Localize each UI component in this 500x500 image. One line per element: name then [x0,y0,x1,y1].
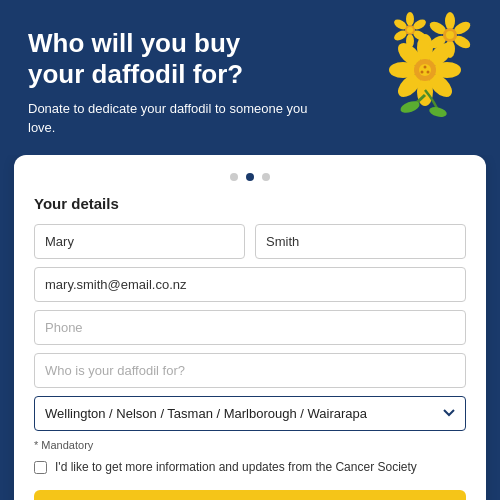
daffodil-for-wrapper [34,353,466,388]
email-input[interactable] [34,267,466,302]
last-name-field [255,224,466,259]
region-select[interactable]: Wellington / Nelson / Tasman / Marlborou… [34,396,466,431]
phone-input[interactable] [34,310,466,345]
dot-3 [262,173,270,181]
svg-point-16 [445,40,455,58]
newsletter-row: I'd like to get more information and upd… [34,459,466,476]
region-wrapper: Wellington / Nelson / Tasman / Marlborou… [34,396,466,431]
header: Who will you buy your daffodil for? Dona… [0,0,500,155]
form-card: Your details Wellington / Nelson / Tasma… [14,155,486,500]
svg-point-21 [406,12,414,26]
svg-point-11 [427,71,430,74]
newsletter-checkbox[interactable] [34,461,47,474]
progress-dots [34,173,466,181]
dot-1 [230,173,238,181]
svg-point-10 [424,66,427,69]
svg-point-20 [446,31,454,39]
first-name-input[interactable] [34,224,245,259]
last-name-input[interactable] [255,224,466,259]
phone-field-wrapper [34,310,466,345]
name-row [34,224,466,259]
dot-2 [246,173,254,181]
page-title: Who will you buy your daffodil for? [28,28,298,90]
svg-point-30 [428,105,448,118]
svg-point-13 [445,12,455,30]
mandatory-label: * Mandatory [34,439,466,451]
email-field-wrapper [34,267,466,302]
svg-point-12 [421,71,424,74]
svg-point-28 [407,27,413,33]
page-subtitle: Donate to dedicate your daffodil to some… [28,100,308,136]
newsletter-label: I'd like to get more information and upd… [55,459,417,476]
section-title: Your details [34,195,466,212]
continue-button[interactable]: Continue to payment [34,490,466,500]
svg-point-24 [406,34,414,48]
daffodil-decoration [370,10,480,120]
first-name-field [34,224,245,259]
daffodil-for-input[interactable] [34,353,466,388]
